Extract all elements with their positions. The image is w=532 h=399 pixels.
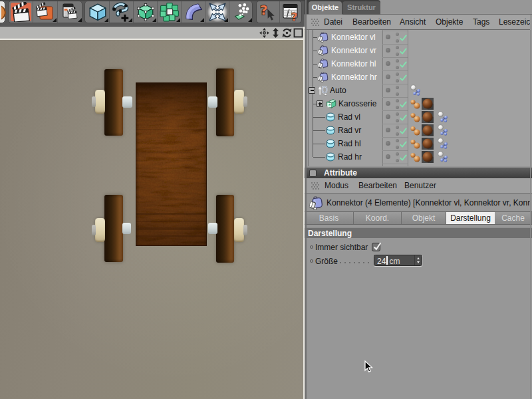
object-tag[interactable] [422, 124, 434, 136]
render-visibility-dot[interactable] [396, 66, 399, 69]
am-tab[interactable]: Basis [305, 212, 354, 224]
groesse-input-field[interactable]: 24 cm [374, 255, 422, 266]
particle-emitter-button[interactable] [229, 1, 253, 23]
object-tag[interactable] [410, 111, 422, 123]
editor-visibility-dot[interactable] [396, 139, 399, 142]
om-menu-item[interactable]: Objekte [436, 15, 463, 29]
editor-visibility-dot[interactable] [396, 33, 399, 36]
om-menu-item[interactable]: Lesezeichen [499, 15, 530, 29]
tree-row[interactable]: Rad vr [305, 124, 530, 137]
command-help-button[interactable]: ? [280, 1, 302, 23]
render-settings-button[interactable] [58, 1, 82, 23]
render-visibility-dot[interactable] [396, 53, 399, 56]
layer-dot[interactable] [386, 48, 390, 53]
object-tag[interactable] [437, 124, 449, 136]
render-visibility-dot[interactable] [396, 119, 399, 122]
editor-visibility-dot[interactable] [396, 46, 399, 49]
enabled-check-icon[interactable] [400, 48, 407, 55]
am-menu-item[interactable]: Bearbeiten [358, 178, 397, 193]
object-tag[interactable] [410, 138, 422, 150]
object-tag[interactable] [410, 151, 422, 163]
om-menu-item[interactable]: Datei [324, 15, 342, 29]
add-cube-button[interactable] [86, 1, 110, 23]
am-panel-icon[interactable] [309, 170, 317, 177]
add-spline-button[interactable] [110, 1, 134, 23]
expand-arrows-button[interactable] [205, 1, 229, 23]
object-tag[interactable] [410, 84, 422, 96]
tree-row[interactable]: Konnektor hr [305, 70, 530, 84]
enabled-check-icon[interactable] [400, 128, 407, 135]
immer-sichtbar-checkbox[interactable] [372, 243, 380, 251]
editor-visibility-dot[interactable] [396, 59, 399, 63]
render-visibility-dot[interactable] [396, 132, 399, 136]
render-visibility-dot[interactable] [396, 92, 399, 96]
layer-dot[interactable] [386, 154, 390, 159]
array-objects-button[interactable] [158, 1, 182, 23]
bend-deformer-button[interactable] [182, 1, 205, 23]
am-menu-grip-icon[interactable] [311, 182, 319, 191]
tree-row[interactable]: Konnektor hl [305, 57, 530, 70]
om-menu-item[interactable]: Bearbeiten [352, 15, 391, 29]
rotate-icon[interactable] [282, 28, 292, 38]
zoom-icon[interactable] [271, 28, 281, 38]
editor-visibility-dot[interactable] [396, 72, 399, 76]
render-visibility-dot[interactable] [396, 146, 399, 149]
enabled-check-icon[interactable] [400, 74, 407, 82]
enabled-check-icon[interactable] [400, 101, 407, 108]
render-view-button[interactable] [9, 1, 33, 23]
enabled-check-icon[interactable] [400, 154, 407, 162]
panel-divider[interactable] [305, 0, 307, 399]
editor-visibility-dot[interactable] [396, 99, 399, 102]
layer-dot[interactable] [386, 114, 390, 119]
help-button[interactable]: ? [257, 1, 280, 23]
enabled-check-icon[interactable] [400, 114, 407, 122]
object-tag[interactable] [437, 151, 449, 163]
editor-visibility-dot[interactable] [396, 126, 399, 129]
editor-visibility-dot[interactable] [396, 86, 399, 89]
orange-ball-partial-icon[interactable] [1, 5, 6, 21]
enabled-check-icon[interactable] [400, 141, 407, 148]
am-menu-item[interactable]: Modus [325, 178, 348, 193]
object-tag[interactable] [410, 98, 422, 110]
render-picture-viewer-button[interactable] [33, 1, 58, 23]
layer-dot[interactable] [386, 128, 390, 132]
pan-icon[interactable] [259, 28, 269, 38]
object-tag[interactable] [422, 111, 434, 123]
layer-dot[interactable] [386, 35, 390, 39]
layer-dot[interactable] [386, 88, 390, 92]
am-menu-item[interactable]: Benutzer [404, 178, 436, 193]
layer-dot[interactable] [386, 61, 390, 66]
layer-dot[interactable] [386, 141, 390, 146]
expand-box[interactable] [309, 87, 315, 94]
render-visibility-dot[interactable] [396, 39, 399, 43]
am-tab[interactable]: Objekt [402, 212, 446, 224]
enabled-check-icon[interactable] [400, 61, 407, 68]
groesse-stepper[interactable] [414, 255, 422, 265]
param-anim-circle[interactable] [310, 245, 313, 249]
object-tag[interactable] [437, 138, 449, 150]
render-visibility-dot[interactable] [396, 79, 399, 82]
render-visibility-dot[interactable] [396, 106, 399, 109]
tree-row[interactable]: Konnektor vr [305, 44, 530, 57]
tree-row[interactable]: Konnektor vl [305, 31, 530, 44]
object-tag[interactable] [422, 138, 434, 150]
layer-dot[interactable] [386, 101, 390, 106]
layer-dot[interactable] [386, 74, 390, 79]
enabled-check-icon[interactable] [400, 35, 407, 42]
object-tag[interactable] [410, 124, 422, 136]
am-section-header[interactable]: Darstellung [305, 227, 532, 238]
make-editable-button[interactable] [134, 1, 158, 23]
editor-visibility-dot[interactable] [396, 152, 399, 156]
am-tab[interactable]: Darstellung [446, 212, 495, 224]
render-visibility-dot[interactable] [396, 159, 399, 162]
object-tag[interactable] [422, 151, 434, 163]
om-tab[interactable]: Struktur [342, 1, 380, 15]
am-tab[interactable]: Cache [495, 212, 532, 224]
expand-box[interactable] [317, 100, 323, 107]
3d-viewport[interactable] [0, 40, 303, 399]
tree-row[interactable]: Karosserie [305, 97, 530, 110]
tree-row[interactable]: Auto [305, 84, 530, 97]
om-menu-item[interactable]: Ansicht [400, 15, 426, 29]
am-tab[interactable]: Koord. [354, 212, 402, 224]
tree-row[interactable]: Rad hr [305, 150, 530, 164]
